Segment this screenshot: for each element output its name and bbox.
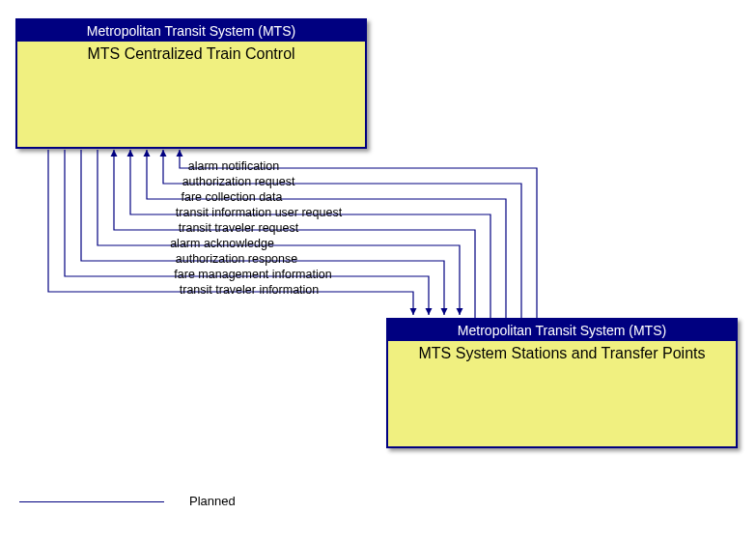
- entity-box-mts-centralized: Metropolitan Transit System (MTS) MTS Ce…: [15, 18, 367, 149]
- flow-label-fare-collection-data: fare collection data: [182, 190, 283, 204]
- entity-box-mts-stations: Metropolitan Transit System (MTS) MTS Sy…: [386, 318, 738, 448]
- flow-label-authorization-request: authorization request: [182, 175, 295, 188]
- flow-label-transit-info-user-request: transit information user request: [176, 206, 342, 219]
- entity-body-1: MTS Centralized Train Control: [17, 42, 365, 63]
- flow-label-alarm-acknowledge: alarm acknowledge: [170, 237, 274, 250]
- flow-label-transit-traveler-info: transit traveler information: [180, 283, 320, 297]
- entity-header-2: Metropolitan Transit System (MTS): [388, 320, 736, 341]
- legend-label-planned: Planned: [189, 494, 236, 508]
- flow-label-authorization-response: authorization response: [176, 252, 297, 266]
- legend-line-planned: [19, 501, 164, 502]
- flow-label-alarm-notification: alarm notification: [188, 159, 280, 173]
- entity-body-2: MTS System Stations and Transfer Points: [388, 341, 736, 362]
- flow-label-transit-traveler-request: transit traveler request: [179, 221, 298, 235]
- flow-label-fare-mgmt-info: fare management information: [174, 268, 331, 281]
- entity-header-1: Metropolitan Transit System (MTS): [17, 20, 365, 42]
